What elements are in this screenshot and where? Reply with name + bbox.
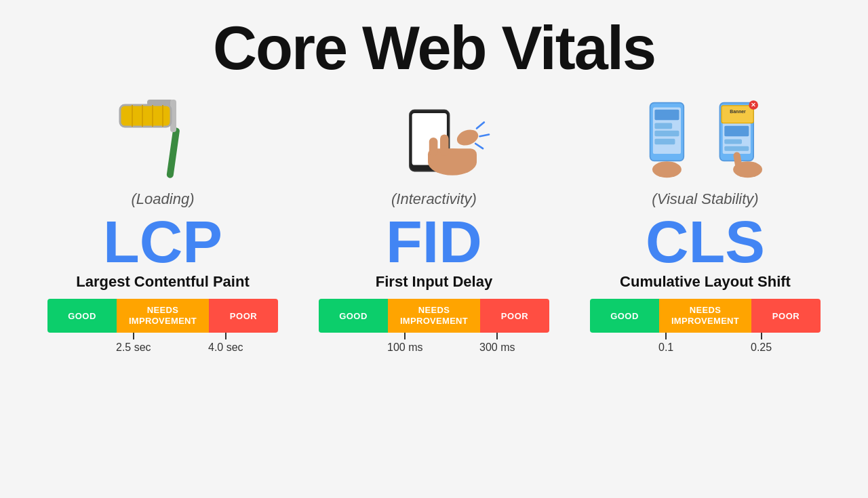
cls-good: GOOD xyxy=(590,299,659,333)
lcp-scale: GOOD NEEDSIMPROVEMENT POOR 2.5 sec 4.0 s… xyxy=(47,299,278,356)
svg-rect-0 xyxy=(166,127,180,179)
svg-rect-13 xyxy=(429,138,438,156)
fid-acronym: FID xyxy=(386,212,482,272)
cls-marker2: 0.25 xyxy=(751,333,772,354)
svg-text:Banner: Banner xyxy=(730,109,746,114)
svg-rect-30 xyxy=(724,126,749,136)
fid-scale-bar: GOOD NEEDSIMPROVEMENT POOR xyxy=(319,299,549,333)
fid-scale: GOOD NEEDSIMPROVEMENT POOR 100 ms 300 ms xyxy=(319,299,549,356)
cls-name: Cumulative Layout Shift xyxy=(620,273,791,291)
lcp-icon xyxy=(102,90,224,185)
svg-rect-20 xyxy=(654,110,679,120)
cls-scale: GOOD NEEDSIMPROVEMENT POOR 0.1 0.25 xyxy=(590,299,821,356)
fid-name: First Input Delay xyxy=(376,273,492,291)
svg-rect-14 xyxy=(440,135,449,157)
lcp-needs: NEEDSIMPROVEMENT xyxy=(117,299,209,333)
lcp-subtitle: (Loading) xyxy=(132,190,195,208)
fid-marker2: 300 ms xyxy=(479,333,515,354)
metrics-row: (Loading) LCP Largest Contentful Paint G… xyxy=(27,90,841,356)
cls-scale-bar: GOOD NEEDSIMPROVEMENT POOR xyxy=(590,299,821,333)
fid-poor: POOR xyxy=(480,299,549,333)
lcp-poor: POOR xyxy=(209,299,278,333)
lcp-name: Largest Contentful Paint xyxy=(76,273,249,291)
svg-text:✕: ✕ xyxy=(751,102,756,108)
cls-markers: 0.1 0.25 xyxy=(590,333,821,356)
svg-rect-32 xyxy=(724,146,749,151)
fid-column: (Interactivity) FID First Input Delay GO… xyxy=(305,90,563,356)
cls-needs: NEEDSIMPROVEMENT xyxy=(659,299,751,333)
lcp-acronym: LCP xyxy=(103,212,222,272)
lcp-marker2: 4.0 sec xyxy=(208,333,243,354)
fid-markers: 100 ms 300 ms xyxy=(319,333,549,356)
svg-line-15 xyxy=(477,123,484,129)
fid-subtitle: (Interactivity) xyxy=(391,190,477,208)
svg-rect-31 xyxy=(724,140,742,144)
lcp-scale-bar: GOOD NEEDSIMPROVEMENT POOR xyxy=(47,299,278,333)
svg-rect-26 xyxy=(722,106,753,123)
svg-rect-21 xyxy=(654,123,672,129)
cls-acronym: CLS xyxy=(646,212,765,272)
lcp-good: GOOD xyxy=(47,299,117,333)
cls-column: Banner ✕ (Visual Stability) CLS Cumulati… xyxy=(576,90,834,356)
svg-rect-22 xyxy=(654,131,679,137)
cls-poor: POOR xyxy=(751,299,821,333)
fid-icon xyxy=(373,90,495,185)
lcp-column: (Loading) LCP Largest Contentful Paint G… xyxy=(34,90,292,356)
svg-line-17 xyxy=(475,144,483,148)
svg-point-33 xyxy=(652,161,682,178)
fid-good: GOOD xyxy=(319,299,388,333)
cls-icon: Banner ✕ xyxy=(644,90,766,185)
svg-line-16 xyxy=(480,135,490,137)
svg-rect-23 xyxy=(654,139,675,145)
fid-needs: NEEDSIMPROVEMENT xyxy=(388,299,480,333)
cls-subtitle: (Visual Stability) xyxy=(652,190,758,208)
lcp-marker1: 2.5 sec xyxy=(116,333,151,354)
page-title: Core Web Vitals xyxy=(213,14,655,83)
lcp-markers: 2.5 sec 4.0 sec xyxy=(47,333,278,356)
fid-marker1: 100 ms xyxy=(387,333,422,354)
cls-marker1: 0.1 xyxy=(658,333,673,354)
